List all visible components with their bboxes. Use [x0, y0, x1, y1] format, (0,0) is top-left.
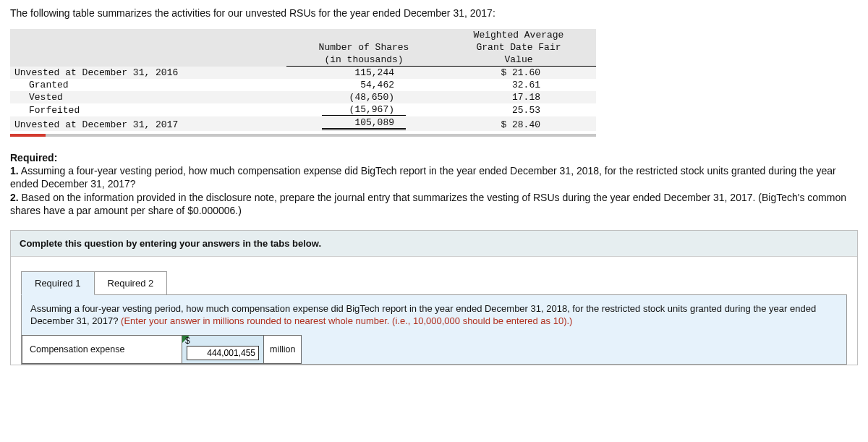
answer-value-cell: $ — [182, 335, 264, 364]
row-value: 25.53 — [475, 105, 562, 116]
row-value: 17.18 — [475, 92, 562, 103]
answer-unit: million — [264, 335, 302, 364]
required-heading: Required: — [10, 152, 57, 163]
col3-header-l1: Weighted Average — [441, 29, 596, 41]
row-value: $ 21.60 — [475, 67, 562, 78]
row-shares: 105,089 — [322, 117, 406, 130]
row-value: $ 28.40 — [475, 119, 562, 130]
q1-text: Assuming a four-year vesting period, how… — [10, 165, 836, 190]
col3-header-l3: Value — [441, 54, 596, 67]
rsu-activity-table: Weighted Average Number of Shares Grant … — [10, 29, 596, 131]
table-accent-bar — [10, 134, 596, 137]
row-label: Unvested at December 31, 2017 — [10, 116, 286, 131]
row-label: Granted — [10, 79, 286, 91]
col2-header-l2: (in thousands) — [286, 54, 441, 67]
tab-strip: Required 1 Required 2 — [21, 271, 857, 295]
table-row: Granted 54,462 32.61 — [10, 79, 596, 91]
table-row: Unvested at December 31, 2017 105,089 $ … — [10, 116, 596, 131]
row-shares: 115,244 — [322, 67, 406, 78]
currency-symbol: $ — [185, 336, 190, 346]
intro-text: The following table summarizes the activ… — [10, 7, 858, 19]
answer-container: Complete this question by entering your … — [10, 230, 858, 365]
row-shares: (15,967) — [322, 104, 406, 116]
table-row: Unvested at December 31, 2016 115,244 $ … — [10, 67, 596, 80]
table-row: Vested (48,650) 17.18 — [10, 91, 596, 103]
q1-label: 1. — [10, 165, 19, 177]
col2-header-l1: Number of Shares — [286, 41, 441, 54]
row-label: Vested — [10, 91, 286, 103]
answer-row-label: Compensation expense — [22, 335, 182, 364]
answer-instructions: Complete this question by entering your … — [11, 231, 857, 257]
col2-blank — [286, 29, 441, 41]
panel-prompt: Assuming a four-year vesting period, how… — [30, 302, 838, 328]
row-shares: (48,650) — [322, 92, 406, 103]
compensation-expense-input[interactable] — [187, 346, 259, 360]
q2-text: Based on the information provided in the… — [10, 192, 846, 216]
required-block: Required: 1. Assuming a four-year vestin… — [10, 151, 858, 217]
row-shares: 54,462 — [322, 80, 406, 90]
panel-hint: (Enter your answer in millions rounded t… — [121, 315, 572, 326]
q2-label: 2. — [10, 192, 19, 203]
table-row: Forfeited (15,967) 25.53 — [10, 103, 596, 116]
tab-required-1[interactable]: Required 1 — [21, 271, 95, 295]
tab-panel-required-1: Assuming a four-year vesting period, how… — [21, 294, 847, 365]
row-value: 32.61 — [475, 80, 562, 90]
row-label: Unvested at December 31, 2016 — [10, 67, 286, 80]
col3-header-l2: Grant Date Fair — [441, 41, 596, 54]
answer-row: Compensation expense $ million — [22, 335, 846, 364]
row-label: Forfeited — [10, 103, 286, 116]
tab-required-2[interactable]: Required 2 — [94, 271, 168, 295]
